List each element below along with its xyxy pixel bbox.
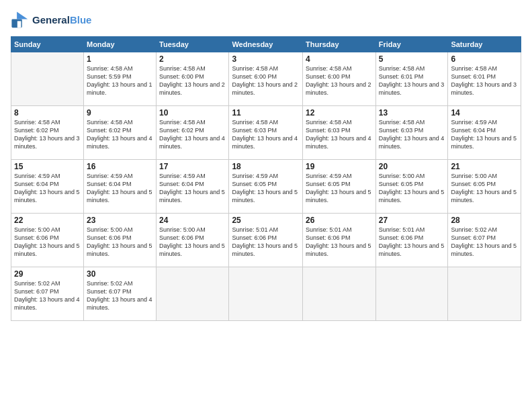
- day-number: 1: [87, 54, 153, 64]
- day-cell: 15 Sunrise: 4:59 AM Sunset: 6:04 PM Dayl…: [11, 160, 84, 214]
- day-detail: Sunrise: 5:02 AM Sunset: 6:07 PM Dayligh…: [87, 279, 153, 312]
- day-detail: Sunrise: 5:01 AM Sunset: 6:06 PM Dayligh…: [306, 226, 373, 259]
- day-detail: Sunrise: 4:58 AM Sunset: 5:59 PM Dayligh…: [87, 64, 153, 97]
- col-header-sunday: Sunday: [11, 37, 84, 52]
- day-detail: Sunrise: 4:59 AM Sunset: 6:04 PM Dayligh…: [159, 172, 226, 205]
- day-detail: Sunrise: 4:58 AM Sunset: 6:00 PM Dayligh…: [306, 64, 373, 97]
- day-detail: Sunrise: 5:00 AM Sunset: 6:06 PM Dayligh…: [14, 226, 81, 259]
- day-number: 29: [14, 269, 81, 279]
- day-number: 19: [306, 162, 373, 171]
- day-detail: Sunrise: 5:01 AM Sunset: 6:06 PM Dayligh…: [232, 226, 300, 259]
- day-number: 25: [232, 216, 300, 225]
- day-cell: 20 Sunrise: 5:00 AM Sunset: 6:05 PM Dayl…: [375, 160, 448, 214]
- day-number: 3: [232, 54, 300, 64]
- day-detail: Sunrise: 4:58 AM Sunset: 6:02 PM Dayligh…: [14, 118, 81, 151]
- day-number: 2: [159, 54, 226, 64]
- day-detail: Sunrise: 5:00 AM Sunset: 6:05 PM Dayligh…: [451, 172, 518, 205]
- day-cell: 2 Sunrise: 4:58 AM Sunset: 6:00 PM Dayli…: [157, 52, 229, 106]
- day-number: 5: [379, 54, 445, 64]
- day-cell: 23 Sunrise: 5:00 AM Sunset: 6:06 PM Dayl…: [83, 214, 156, 267]
- day-number: 15: [14, 162, 81, 171]
- day-cell: 6 Sunrise: 4:58 AM Sunset: 6:01 PM Dayli…: [448, 52, 521, 106]
- day-cell: 14 Sunrise: 4:59 AM Sunset: 6:04 PM Dayl…: [448, 106, 521, 160]
- day-detail: Sunrise: 4:59 AM Sunset: 6:04 PM Dayligh…: [14, 172, 81, 205]
- col-header-tuesday: Tuesday: [157, 37, 229, 52]
- day-cell: 18 Sunrise: 4:59 AM Sunset: 6:05 PM Dayl…: [229, 160, 303, 214]
- day-number: 23: [87, 216, 153, 225]
- day-cell: 17 Sunrise: 4:59 AM Sunset: 6:04 PM Dayl…: [157, 160, 229, 214]
- col-header-wednesday: Wednesday: [229, 37, 303, 52]
- day-detail: Sunrise: 4:58 AM Sunset: 6:03 PM Dayligh…: [379, 118, 445, 151]
- day-cell: 24 Sunrise: 5:00 AM Sunset: 6:06 PM Dayl…: [157, 214, 229, 267]
- day-number: 28: [451, 216, 518, 225]
- day-cell: 16 Sunrise: 4:59 AM Sunset: 6:04 PM Dayl…: [83, 160, 156, 214]
- day-number: 27: [379, 216, 445, 225]
- day-number: 30: [87, 269, 153, 279]
- day-detail: Sunrise: 5:02 AM Sunset: 6:07 PM Dayligh…: [14, 279, 81, 312]
- day-cell: 10 Sunrise: 4:58 AM Sunset: 6:02 PM Dayl…: [157, 106, 229, 160]
- day-number: 12: [306, 108, 373, 118]
- day-detail: Sunrise: 4:58 AM Sunset: 6:03 PM Dayligh…: [232, 118, 300, 151]
- day-cell: 22 Sunrise: 5:00 AM Sunset: 6:06 PM Dayl…: [11, 214, 84, 267]
- day-cell: 27 Sunrise: 5:01 AM Sunset: 6:06 PM Dayl…: [375, 214, 448, 267]
- day-cell: 3 Sunrise: 4:58 AM Sunset: 6:00 PM Dayli…: [229, 52, 303, 106]
- day-detail: Sunrise: 5:00 AM Sunset: 6:05 PM Dayligh…: [379, 172, 445, 205]
- day-detail: Sunrise: 5:01 AM Sunset: 6:06 PM Dayligh…: [379, 226, 445, 259]
- day-number: 16: [87, 162, 153, 171]
- col-header-saturday: Saturday: [448, 37, 521, 52]
- day-number: 21: [451, 162, 518, 171]
- day-detail: Sunrise: 4:59 AM Sunset: 6:05 PM Dayligh…: [232, 172, 300, 205]
- day-cell: 13 Sunrise: 4:58 AM Sunset: 6:03 PM Dayl…: [375, 106, 448, 160]
- day-detail: Sunrise: 4:59 AM Sunset: 6:05 PM Dayligh…: [306, 172, 373, 205]
- day-cell: 1 Sunrise: 4:58 AM Sunset: 5:59 PM Dayli…: [83, 52, 156, 106]
- day-detail: Sunrise: 5:00 AM Sunset: 6:06 PM Dayligh…: [87, 226, 153, 259]
- day-number: 4: [306, 54, 373, 64]
- svg-marker-1: [17, 11, 28, 19]
- col-header-friday: Friday: [375, 37, 448, 52]
- empty-cell: [157, 267, 229, 321]
- empty-cell: [11, 52, 84, 106]
- logo: GeneralBlue: [11, 11, 91, 30]
- day-cell: 5 Sunrise: 4:58 AM Sunset: 6:01 PM Dayli…: [375, 52, 448, 106]
- col-header-monday: Monday: [83, 37, 156, 52]
- empty-cell: [229, 267, 303, 321]
- day-cell: 8 Sunrise: 4:58 AM Sunset: 6:02 PM Dayli…: [11, 106, 84, 160]
- empty-cell: [448, 267, 521, 321]
- logo-text: GeneralBlue: [32, 15, 91, 26]
- day-detail: Sunrise: 5:00 AM Sunset: 6:06 PM Dayligh…: [159, 226, 226, 259]
- calendar-table: SundayMondayTuesdayWednesdayThursdayFrid…: [11, 36, 521, 321]
- day-number: 24: [159, 216, 226, 225]
- day-cell: 11 Sunrise: 4:58 AM Sunset: 6:03 PM Dayl…: [229, 106, 303, 160]
- day-cell: 12 Sunrise: 4:58 AM Sunset: 6:03 PM Dayl…: [303, 106, 376, 160]
- page: GeneralBlue SundayMondayTuesdayWednesday…: [0, 0, 532, 411]
- day-number: 26: [306, 216, 373, 225]
- day-number: 6: [451, 54, 518, 64]
- day-cell: 30 Sunrise: 5:02 AM Sunset: 6:07 PM Dayl…: [83, 267, 156, 321]
- day-number: 8: [14, 108, 81, 118]
- day-number: 10: [159, 108, 226, 118]
- day-cell: 9 Sunrise: 4:58 AM Sunset: 6:02 PM Dayli…: [83, 106, 156, 160]
- day-cell: 26 Sunrise: 5:01 AM Sunset: 6:06 PM Dayl…: [303, 214, 376, 267]
- day-cell: 4 Sunrise: 4:58 AM Sunset: 6:00 PM Dayli…: [303, 52, 376, 106]
- day-number: 9: [87, 108, 153, 118]
- header: GeneralBlue: [11, 11, 521, 30]
- day-detail: Sunrise: 4:59 AM Sunset: 6:04 PM Dayligh…: [451, 118, 518, 151]
- day-number: 11: [232, 108, 300, 118]
- day-detail: Sunrise: 4:58 AM Sunset: 6:02 PM Dayligh…: [87, 118, 153, 151]
- svg-rect-2: [17, 21, 21, 28]
- empty-cell: [375, 267, 448, 321]
- day-detail: Sunrise: 4:58 AM Sunset: 6:03 PM Dayligh…: [306, 118, 373, 151]
- day-cell: 25 Sunrise: 5:01 AM Sunset: 6:06 PM Dayl…: [229, 214, 303, 267]
- day-number: 18: [232, 162, 300, 171]
- day-number: 20: [379, 162, 445, 171]
- day-detail: Sunrise: 4:58 AM Sunset: 6:00 PM Dayligh…: [232, 64, 300, 97]
- day-detail: Sunrise: 4:58 AM Sunset: 6:00 PM Dayligh…: [159, 64, 226, 97]
- day-detail: Sunrise: 4:58 AM Sunset: 6:02 PM Dayligh…: [159, 118, 226, 151]
- day-cell: 29 Sunrise: 5:02 AM Sunset: 6:07 PM Dayl…: [11, 267, 84, 321]
- day-number: 17: [159, 162, 226, 171]
- logo-icon: [11, 11, 30, 30]
- day-cell: 21 Sunrise: 5:00 AM Sunset: 6:05 PM Dayl…: [448, 160, 521, 214]
- day-cell: 28 Sunrise: 5:02 AM Sunset: 6:07 PM Dayl…: [448, 214, 521, 267]
- day-number: 22: [14, 216, 81, 225]
- col-header-thursday: Thursday: [303, 37, 376, 52]
